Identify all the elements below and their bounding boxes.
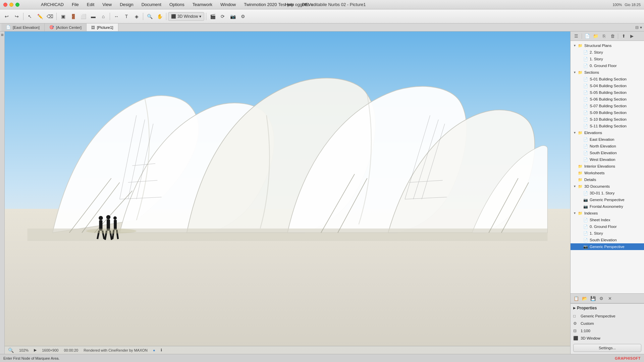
render-info-icon[interactable]: ℹ bbox=[161, 348, 162, 352]
menu-edit[interactable]: Edit bbox=[86, 1, 96, 8]
dimension-tool[interactable]: ↔ bbox=[112, 12, 121, 21]
fill-tool[interactable]: ◈ bbox=[132, 12, 141, 21]
toolbar-separator-3 bbox=[110, 13, 110, 20]
tree-item-s09[interactable]: 📄S-09 Building Section bbox=[571, 109, 644, 116]
pan-tool[interactable]: ✋ bbox=[155, 12, 164, 21]
tree-item-south-elev[interactable]: 📄South Elevation bbox=[571, 149, 644, 156]
tree-item-idx-generic[interactable]: 📷Generic Perspective bbox=[571, 243, 644, 250]
slab-tool[interactable]: ▬ bbox=[89, 12, 98, 21]
grid-icon[interactable]: ⊞ bbox=[0, 33, 4, 37]
menu-file[interactable]: File bbox=[70, 1, 80, 8]
menu-window[interactable]: Window bbox=[219, 1, 237, 8]
tree-item-label: S-07 Building Section bbox=[590, 104, 627, 108]
view-mode-selector[interactable]: ⬛ 3D Window ▾ bbox=[168, 12, 204, 21]
panel-new-button[interactable]: 📄 bbox=[584, 33, 591, 40]
zoom-icon[interactable]: 🔍 bbox=[8, 348, 14, 353]
menu-view[interactable]: View bbox=[101, 1, 113, 8]
menu-teamwork[interactable]: Teamwork bbox=[191, 1, 214, 8]
eraser-tool[interactable]: ⌫ bbox=[45, 12, 55, 21]
toolbar-separator-6 bbox=[206, 13, 206, 20]
tree-item-interior-elev[interactable]: 📁Interior Elevations bbox=[571, 163, 644, 170]
panel-list-view-button[interactable]: ☰ bbox=[573, 33, 580, 40]
titlebar: ARCHICAD File Edit View Design Document … bbox=[0, 0, 644, 9]
tree-item-worksheets[interactable]: 📁Worksheets bbox=[571, 170, 644, 176]
tree-item-north-elev[interactable]: 📄North Elevation bbox=[571, 143, 644, 149]
wall-tool[interactable]: ▣ bbox=[58, 12, 68, 21]
menu-document[interactable]: Document bbox=[140, 1, 163, 8]
tree-item-story-1[interactable]: 📄1. Story bbox=[571, 56, 644, 62]
panel-up-button[interactable]: ⬆ bbox=[620, 33, 627, 40]
menu-twinmotion[interactable]: Twinmotion 2020 bbox=[243, 1, 278, 8]
tree-arrow-icon[interactable]: ▼ bbox=[573, 212, 578, 215]
tree-item-sections[interactable]: ▼📁Sections bbox=[571, 69, 644, 76]
tree-item-s01[interactable]: 📄S-01 Building Section bbox=[571, 76, 644, 82]
viewport[interactable]: 🔍 102% ▶ 1600×900 00:00:20 Rendered with… bbox=[5, 32, 570, 354]
tree-item-icon: 📄 bbox=[583, 124, 589, 128]
settings-button[interactable]: Settings... bbox=[573, 344, 641, 352]
roof-tool[interactable]: ⌂ bbox=[99, 12, 108, 21]
tree-item-story-2[interactable]: 📄2. Story bbox=[571, 49, 644, 56]
tree-item-s04[interactable]: 📄S-04 Building Section bbox=[571, 82, 644, 89]
tree-item-sheet-index[interactable]: 📄Sheet Index bbox=[571, 217, 644, 223]
menu-archicad[interactable]: ARCHICAD bbox=[40, 1, 65, 8]
panel-action-settings[interactable]: ⚙ bbox=[598, 295, 605, 302]
tab-collapse-button[interactable]: ⊟ bbox=[635, 25, 639, 30]
panel-action-close[interactable]: ✕ bbox=[606, 295, 613, 302]
close-button[interactable] bbox=[3, 3, 7, 7]
nav-arrow[interactable]: ▶ bbox=[34, 348, 37, 352]
tab-expand-button[interactable]: ▾ bbox=[640, 25, 642, 30]
maximize-button[interactable] bbox=[15, 3, 19, 7]
tab-picture1[interactable]: 🖼 [Picture1] bbox=[87, 23, 118, 31]
tree-item-s10[interactable]: 📄S-10 Building Section bbox=[571, 116, 644, 123]
tree-arrow-icon[interactable]: ▼ bbox=[573, 185, 578, 188]
pen-tool[interactable]: ✏️ bbox=[35, 12, 45, 21]
tree-item-3d-01[interactable]: 📄3D-01 1. Story bbox=[571, 190, 644, 196]
undo-button[interactable]: ↩ bbox=[2, 12, 11, 21]
render-button[interactable]: 🎬 bbox=[208, 12, 217, 21]
door-tool[interactable]: 🚪 bbox=[68, 12, 78, 21]
menu-design[interactable]: Design bbox=[118, 1, 135, 8]
tab-action-center[interactable]: 🎯 [Action Center] bbox=[45, 23, 87, 31]
settings-button[interactable]: ⚙ bbox=[238, 12, 248, 21]
tree-item-story-0[interactable]: 📄0. Ground Floor bbox=[571, 62, 644, 69]
tree-item-frontal-axon[interactable]: 📷Frontal Axonometry bbox=[571, 203, 644, 210]
tree-item-s05[interactable]: 📄S-05 Building Section bbox=[571, 89, 644, 96]
zoom-in[interactable]: 🔍 bbox=[145, 12, 154, 21]
tree-item-s06[interactable]: 📄S-06 Building Section bbox=[571, 96, 644, 103]
pointer-tool[interactable]: ↖ bbox=[25, 12, 35, 21]
panel-delete-button[interactable]: 🗑 bbox=[609, 33, 616, 40]
window-tool[interactable]: ⬜ bbox=[78, 12, 88, 21]
tree-item-idx-story1[interactable]: 📄1. Story bbox=[571, 230, 644, 237]
menu-options[interactable]: Options bbox=[168, 1, 186, 8]
tree-item-details[interactable]: 📁Details bbox=[571, 176, 644, 183]
text-tool[interactable]: T bbox=[122, 12, 131, 21]
tree-item-label: Generic Perspective bbox=[590, 198, 625, 202]
panel-copy-button[interactable]: ⎘ bbox=[600, 33, 608, 40]
tree-item-west-elev[interactable]: 📄West Elevation bbox=[571, 156, 644, 163]
tree-item-indexes[interactable]: ▼📁Indexes bbox=[571, 210, 644, 217]
redo-button[interactable]: ↪ bbox=[12, 12, 21, 21]
minimize-button[interactable] bbox=[9, 3, 13, 7]
tree-item-elevations[interactable]: ▼📁Elevations bbox=[571, 129, 644, 136]
orbit-button[interactable]: ⟳ bbox=[218, 12, 227, 21]
tree-item-idx-ground[interactable]: 📄0. Ground Floor bbox=[571, 223, 644, 230]
tab-east-elevation[interactable]: 📄 [East Elevation] bbox=[1, 23, 45, 31]
panel-action-new[interactable]: 📋 bbox=[573, 295, 580, 302]
tree-arrow-icon[interactable]: ▼ bbox=[573, 71, 578, 74]
tree-arrow-icon[interactable]: ▼ bbox=[573, 44, 578, 47]
tree-item-s11[interactable]: 📄S-11 Building Section bbox=[571, 123, 644, 129]
camera-button[interactable]: 📷 bbox=[228, 12, 237, 21]
tree-item-idx-south[interactable]: 📄South Elevation bbox=[571, 237, 644, 243]
panel-action-open[interactable]: 📂 bbox=[581, 295, 588, 302]
panel-right-button[interactable]: ▶ bbox=[628, 33, 636, 40]
panel-folder-button[interactable]: 📁 bbox=[592, 33, 599, 40]
panel-action-save[interactable]: 💾 bbox=[589, 295, 597, 302]
tree-item-s07[interactable]: 📄S-07 Building Section bbox=[571, 103, 644, 109]
tree-item-3d-documents[interactable]: ▼📁3D Documents bbox=[571, 183, 644, 190]
tab-icon-action: 🎯 bbox=[49, 25, 54, 29]
tree-arrow-icon[interactable]: ▼ bbox=[573, 131, 578, 134]
prop-name-value: Generic Perspective bbox=[581, 314, 615, 318]
tree-item-east-elev[interactable]: 📄East Elevation bbox=[571, 136, 644, 143]
tree-item-generic-persp[interactable]: 📷Generic Perspective bbox=[571, 196, 644, 203]
tree-item-structural-plans[interactable]: ▼📁Structural Plans bbox=[571, 42, 644, 49]
